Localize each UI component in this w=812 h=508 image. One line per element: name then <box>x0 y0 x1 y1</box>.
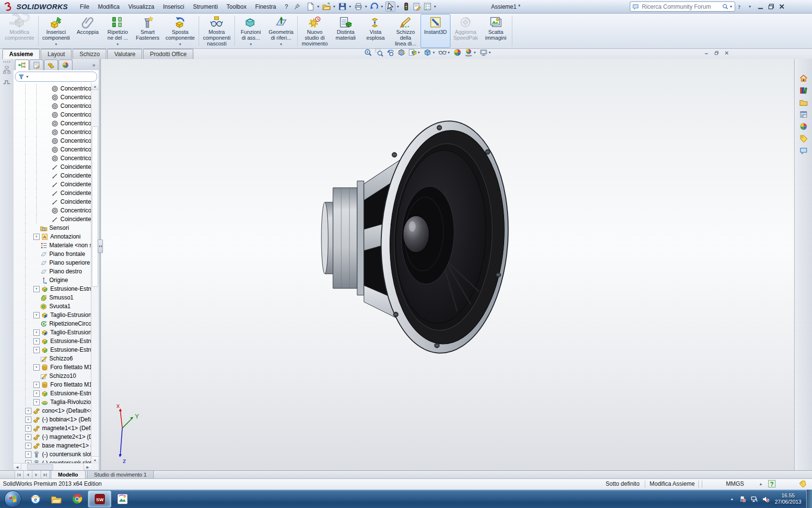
tree-item-coincidente14-slo[interactable]: Coincidente14 (slott <box>14 180 91 189</box>
print-caret-icon[interactable]: ▼ <box>364 5 368 8</box>
tree-expand-icon[interactable]: + <box>25 417 31 423</box>
search-box[interactable]: ▼ <box>630 1 735 12</box>
menu-file[interactable]: File <box>75 0 93 13</box>
ribbon-sposta-button[interactable]: Sposta componente▼ <box>162 14 198 48</box>
tree-item-concentrico17-slo[interactable]: Concentrico17 (slott <box>14 128 91 136</box>
vcr-prev-button[interactable] <box>23 471 32 479</box>
tree-item-magnete1-1-defau[interactable]: +magnete1<1> (Default<<D <box>14 424 91 433</box>
show-desktop-button[interactable] <box>806 490 812 508</box>
ribbon-caret-icon[interactable]: ▼ <box>55 43 58 47</box>
tree-expand-icon[interactable]: + <box>33 286 40 292</box>
menu-visualizza[interactable]: Visualizza <box>124 0 159 13</box>
chrome-taskbar-button[interactable] <box>67 491 87 507</box>
design-library-button[interactable] <box>797 85 810 96</box>
search-magnifier-icon[interactable] <box>722 3 728 10</box>
panel-tabs-chevron[interactable]: » <box>92 62 95 68</box>
tree-item-bobina-1-def[interactable]: +(-) bobina<1> (Default<<D <box>14 415 91 424</box>
apply-scene-button[interactable]: ▼ <box>464 48 477 57</box>
tree-expand-icon[interactable]: + <box>33 329 40 336</box>
tree-item-cono-1-default[interactable]: +cono<1> (Default<<Defaul <box>14 406 91 415</box>
view-orientation-caret-icon[interactable]: ▼ <box>417 51 420 54</box>
ribbon-geometria-button[interactable]: Geometria di riferi...▼ <box>266 14 296 48</box>
win-restore-button[interactable] <box>712 50 722 57</box>
tree-item-coincidente17-cas[interactable]: Coincidente17 (cass <box>14 215 91 224</box>
hide-show-items-button[interactable]: ▼ <box>438 48 450 57</box>
tree-item-base-magnete-1-d[interactable]: +base magnete<1> (Default< <box>14 441 91 450</box>
file-explorer-button[interactable] <box>797 97 810 108</box>
section-view-button[interactable] <box>397 48 406 57</box>
win-minimize-button[interactable] <box>702 50 712 57</box>
new-document-button[interactable] <box>305 1 316 12</box>
ribbon-caret-icon[interactable]: ▼ <box>279 43 283 47</box>
image-viewer-taskbar-button[interactable] <box>113 491 132 507</box>
tree-vertical-scrollbar[interactable]: ▲ ▼ <box>91 83 99 463</box>
forum-button[interactable] <box>797 145 810 156</box>
tree-item-coincidente13-slo[interactable]: Coincidente13 (slott <box>14 171 91 180</box>
tree-expand-icon[interactable]: + <box>33 390 40 397</box>
tree-horizontal-scrollbar[interactable]: ◀ ▶ <box>14 463 91 471</box>
tree-item-taglio-estrusione2[interactable]: +Taglio-Estrusione2 <box>14 328 91 337</box>
tree-item-smusso1[interactable]: Smusso1 <box>14 293 91 302</box>
tree-expand-icon[interactable]: + <box>33 312 40 318</box>
search-caret-icon[interactable]: ▼ <box>729 5 733 8</box>
tree-item-piano-destro[interactable]: Piano destro <box>14 267 91 276</box>
tab-schizzo[interactable]: Schizzo <box>72 49 106 59</box>
menu-item[interactable]: ? <box>280 0 292 13</box>
tree-expand-icon[interactable]: + <box>33 399 40 405</box>
model-tab-modello[interactable]: Modello <box>51 471 86 479</box>
previous-view-button[interactable] <box>386 48 394 57</box>
tree-item-piano-superiore[interactable]: Piano superiore <box>14 258 91 267</box>
panel-splitter-handle[interactable] <box>98 239 103 253</box>
undo-caret-icon[interactable]: ▼ <box>380 5 384 8</box>
tree-item-concentrico18-slo[interactable]: Concentrico18 (slott <box>14 136 91 145</box>
statusbar-units[interactable]: MMGS <box>726 480 744 487</box>
scroll-right-arrow[interactable]: ▶ <box>84 463 91 471</box>
tree-item-coincidente15-slo[interactable]: Coincidente15 (slott <box>14 189 91 197</box>
tree-item-concentrico20-slo[interactable]: Concentrico20 (slott <box>14 154 91 163</box>
ribbon-mostra-button[interactable]: Mostra componenti nascosti <box>200 14 233 48</box>
tree-expand-icon[interactable]: + <box>25 425 31 432</box>
tree-item-origine[interactable]: Origine <box>14 276 91 284</box>
view-settings-caret-icon[interactable]: ▼ <box>488 51 492 54</box>
tree-item-concentrico16-slo[interactable]: Concentrico16 (slott <box>14 119 91 128</box>
display-settings-button[interactable] <box>422 1 433 12</box>
print-button[interactable] <box>353 1 363 12</box>
save-button[interactable] <box>337 1 348 12</box>
tree-item-coincidente12-slo[interactable]: Coincidente12 (slott <box>14 163 91 171</box>
tree-item-estrusione-estrusi[interactable]: +Estrusione-Estrusione4 <box>14 389 91 398</box>
restore-button[interactable] <box>767 2 776 11</box>
ribbon-funzioni-button[interactable]: Funzioni di ass...▼ <box>236 14 266 48</box>
ribbon-vista-button[interactable]: Vista esplosa <box>361 14 391 48</box>
ribbon-caret-icon[interactable]: ▼ <box>178 43 182 47</box>
tree-item-estrusione-estrusi[interactable]: +Estrusione-Estrusione3 <box>14 345 91 354</box>
filter-caret-icon[interactable]: ▼ <box>26 75 29 78</box>
tree-item-concentrico15-cou[interactable]: Concentrico15 (cou <box>14 110 91 119</box>
tree-item-svuota1[interactable]: Svuota1 <box>14 302 91 311</box>
ribbon-instant3d-button[interactable]: Instant3D <box>420 14 450 48</box>
view-palette-button[interactable] <box>797 109 810 120</box>
display-settings-caret-icon[interactable]: ▼ <box>434 5 437 8</box>
taskbar-clock[interactable]: 16.55 27/06/2013 <box>775 493 801 505</box>
tree-item-concentrico13-cou[interactable]: Concentrico13 (cou <box>14 93 91 102</box>
configuration-tab-button[interactable] <box>44 60 58 70</box>
minimize-button[interactable] <box>756 2 765 11</box>
solidworks-app-taskbar-button[interactable]: SW <box>88 491 111 508</box>
close-button[interactable] <box>777 2 786 11</box>
tray-audio-icon[interactable] <box>762 495 769 503</box>
tree-item-taglio-estrusione1[interactable]: +Taglio-Estrusione1 <box>14 311 91 319</box>
tree-item-schizzo6[interactable]: Schizzo6 <box>14 354 91 363</box>
menu-toolbox[interactable]: Toolbox <box>222 0 251 13</box>
undo-button[interactable] <box>369 1 379 12</box>
open-folder-caret-icon[interactable]: ▼ <box>333 5 336 8</box>
menu-finestra[interactable]: Finestra <box>251 0 280 13</box>
dock-grip[interactable] <box>3 61 11 63</box>
custom-properties-button[interactable] <box>797 133 810 144</box>
display-tab-button[interactable] <box>58 60 72 70</box>
statusbar-units-caret-icon[interactable]: ▲ <box>759 482 763 486</box>
properties-button[interactable] <box>412 1 422 12</box>
tab-prodotti-office[interactable]: Prodotti Office <box>143 49 193 59</box>
tray-up-icon[interactable] <box>729 496 735 502</box>
ribbon-accoppia-button[interactable]: Accoppia <box>72 14 102 48</box>
edit-appearance-button[interactable] <box>453 48 462 57</box>
tree-item-foro-filettato-m10[interactable]: +Foro filettato M10-1 <box>14 363 91 372</box>
